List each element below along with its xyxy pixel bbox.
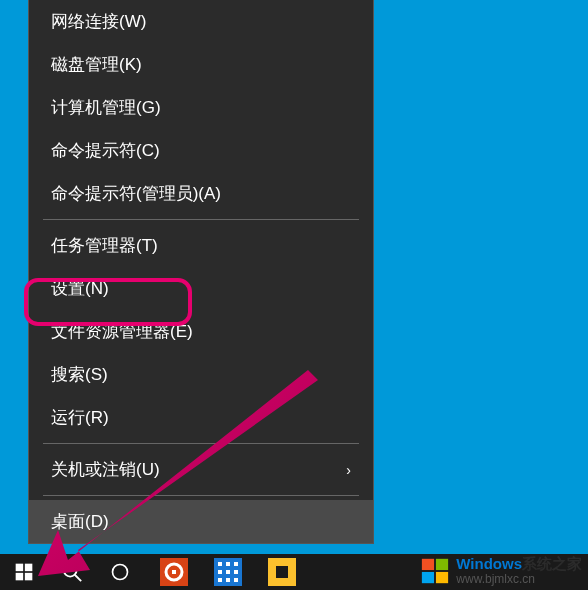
menu-label: 网络连接(W) bbox=[51, 10, 146, 33]
menu-label: 计算机管理(G) bbox=[51, 96, 161, 119]
menu-item-cmd-admin[interactable]: 命令提示符(管理员)(A) bbox=[29, 172, 373, 215]
watermark-brand-2: 系统之家 bbox=[522, 555, 582, 572]
svg-rect-2 bbox=[16, 573, 24, 581]
svg-point-6 bbox=[113, 565, 128, 580]
menu-divider bbox=[43, 219, 359, 220]
svg-line-5 bbox=[75, 575, 81, 581]
menu-label: 磁盘管理(K) bbox=[51, 53, 142, 76]
svg-rect-17 bbox=[218, 578, 222, 582]
start-button[interactable] bbox=[0, 554, 48, 590]
svg-rect-9 bbox=[172, 570, 176, 574]
watermark: Windows系统之家 www.bjmlxc.cn bbox=[420, 556, 582, 586]
taskbar-app-3[interactable] bbox=[258, 554, 306, 590]
menu-label: 命令提示符(C) bbox=[51, 139, 160, 162]
menu-item-run[interactable]: 运行(R) bbox=[29, 396, 373, 439]
svg-rect-18 bbox=[226, 578, 230, 582]
search-icon bbox=[61, 561, 83, 583]
menu-label: 设置(N) bbox=[51, 277, 109, 300]
menu-item-settings[interactable]: 设置(N) bbox=[29, 267, 373, 310]
menu-item-task-manager[interactable]: 任务管理器(T) bbox=[29, 224, 373, 267]
menu-label: 搜索(S) bbox=[51, 363, 108, 386]
menu-label: 桌面(D) bbox=[51, 510, 109, 533]
menu-divider bbox=[43, 495, 359, 496]
svg-rect-0 bbox=[16, 564, 24, 572]
menu-item-network[interactable]: 网络连接(W) bbox=[29, 0, 373, 43]
svg-rect-24 bbox=[422, 572, 434, 583]
svg-rect-12 bbox=[226, 562, 230, 566]
svg-rect-13 bbox=[234, 562, 238, 566]
taskbar-cortana[interactable] bbox=[96, 554, 144, 590]
taskbar-search[interactable] bbox=[48, 554, 96, 590]
svg-rect-15 bbox=[226, 570, 230, 574]
app-icon bbox=[214, 558, 242, 586]
watermark-url: www.bjmlxc.cn bbox=[456, 573, 582, 586]
menu-item-computer-management[interactable]: 计算机管理(G) bbox=[29, 86, 373, 129]
menu-item-cmd[interactable]: 命令提示符(C) bbox=[29, 129, 373, 172]
chevron-right-icon: › bbox=[346, 462, 351, 478]
menu-label: 运行(R) bbox=[51, 406, 109, 429]
winx-context-menu: 网络连接(W) 磁盘管理(K) 计算机管理(G) 命令提示符(C) 命令提示符(… bbox=[28, 0, 374, 544]
menu-item-desktop[interactable]: 桌面(D) bbox=[29, 500, 373, 543]
menu-item-shutdown[interactable]: 关机或注销(U) › bbox=[29, 448, 373, 491]
svg-rect-23 bbox=[436, 559, 448, 570]
svg-rect-19 bbox=[234, 578, 238, 582]
menu-divider bbox=[43, 443, 359, 444]
menu-label: 命令提示符(管理员)(A) bbox=[51, 182, 221, 205]
taskbar-app-1[interactable] bbox=[150, 554, 198, 590]
watermark-text: Windows系统之家 www.bjmlxc.cn bbox=[456, 556, 582, 586]
svg-rect-3 bbox=[25, 573, 33, 581]
menu-label: 关机或注销(U) bbox=[51, 458, 160, 481]
menu-label: 任务管理器(T) bbox=[51, 234, 158, 257]
menu-item-search[interactable]: 搜索(S) bbox=[29, 353, 373, 396]
menu-item-disk-management[interactable]: 磁盘管理(K) bbox=[29, 43, 373, 86]
app-icon bbox=[160, 558, 188, 586]
svg-rect-14 bbox=[218, 570, 222, 574]
start-icon bbox=[14, 562, 34, 582]
taskbar-app-2[interactable] bbox=[204, 554, 252, 590]
cortana-icon bbox=[110, 562, 130, 582]
watermark-brand-1: Windows bbox=[456, 555, 522, 572]
svg-point-4 bbox=[64, 564, 77, 577]
svg-rect-22 bbox=[422, 559, 434, 570]
svg-rect-25 bbox=[436, 572, 448, 583]
windows-logo-icon bbox=[420, 556, 450, 586]
svg-rect-1 bbox=[25, 564, 33, 572]
menu-item-file-explorer[interactable]: 文件资源管理器(E) bbox=[29, 310, 373, 353]
svg-rect-21 bbox=[276, 566, 288, 578]
svg-rect-16 bbox=[234, 570, 238, 574]
app-icon bbox=[268, 558, 296, 586]
svg-rect-11 bbox=[218, 562, 222, 566]
menu-label: 文件资源管理器(E) bbox=[51, 320, 193, 343]
